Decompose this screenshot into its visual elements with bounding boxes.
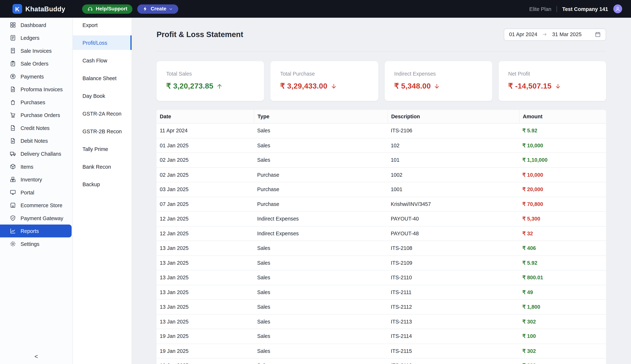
cell-type: Sales	[254, 358, 388, 364]
cell-description: 1002	[388, 168, 519, 182]
sidebar-item-inventory[interactable]: Inventory	[0, 173, 72, 186]
submenu-item-bank-recon[interactable]: Bank Recon	[73, 159, 132, 174]
date-start[interactable]: 01 Apr 2024	[509, 32, 537, 38]
cell-description: ITS-2110	[388, 270, 519, 284]
sidebar-item-ledgers[interactable]: Ledgers	[0, 32, 72, 44]
sidebar-item-label: Payments	[20, 74, 44, 80]
cell-amount: ₹ 302	[519, 314, 606, 329]
submenu-item-tally-prime[interactable]: Tally Prime	[73, 142, 132, 156]
date-range-picker[interactable]: 01 Apr 2024 31 Mar 2025	[504, 28, 606, 40]
table-row: 12 Jan 2025Indirect ExpensesPAYOUT-48₹ 3…	[156, 226, 606, 241]
sidebar-item-label: Purchases	[20, 99, 45, 105]
sidebar-item-label: Portal	[20, 189, 34, 195]
submenu-item-label: Day Book	[82, 93, 105, 99]
table-row: 13 Jan 2025SalesITS-2109₹ 5.92	[156, 256, 606, 270]
table-row: 13 Jan 2025SalesITS-2110₹ 800.01	[156, 270, 606, 285]
brand[interactable]: K KhataBuddy	[0, 4, 73, 14]
cell-description: PAYOUT-40	[388, 212, 519, 226]
sidebar-item-delivery-challans[interactable]: Delivery Challans	[0, 147, 72, 160]
trend-down-icon	[330, 83, 337, 90]
date-end[interactable]: 31 Mar 2025	[552, 32, 582, 38]
submenu-item-cash-flow[interactable]: Cash Flow	[73, 53, 132, 68]
sidebar-item-proforma-invoices[interactable]: Proforma Invoices	[0, 83, 72, 96]
credit-notes-icon	[10, 125, 16, 131]
sidebar-item-label: Ledgers	[20, 35, 40, 41]
cell-description: 101	[388, 153, 519, 167]
cell-description: ITS-2106	[388, 124, 519, 138]
cell-description: ITS-2113	[388, 314, 519, 329]
create-button[interactable]: Create	[138, 4, 178, 14]
submenu-item-label: Tally Prime	[82, 146, 108, 152]
debit-notes-icon	[10, 138, 16, 144]
cell-type: Sales	[254, 270, 388, 284]
payment-gateway-icon	[10, 215, 16, 221]
khatabuddy-logo-icon: K	[12, 4, 22, 14]
submenu-item-day-book[interactable]: Day Book	[73, 88, 132, 103]
company-name[interactable]: Test Company 141	[562, 6, 608, 12]
cell-description: ITS-2109	[388, 256, 519, 270]
sidebar-item-ecommerce-store[interactable]: Ecommerce Store	[0, 199, 72, 212]
cell-type: Indirect Expenses	[254, 226, 388, 240]
dashboard-icon	[10, 22, 16, 28]
cell-type: Sales	[254, 285, 388, 300]
sidebar-item-sale-invoices[interactable]: Sale Invoices	[0, 44, 72, 57]
table-row: 11 Apr 2024SalesITS-2106₹ 5.92	[156, 124, 606, 138]
table-row: 03 Jan 2025Purchase1001₹ 20,000	[156, 182, 606, 197]
sidebar-item-items[interactable]: Items	[0, 160, 72, 173]
cell-amount: ₹ 302	[519, 344, 606, 358]
sidebar-items: DashboardLedgersSale InvoicesSale Orders…	[0, 18, 72, 250]
sidebar-item-purchases[interactable]: Purchases	[0, 96, 72, 109]
submenu-item-export[interactable]: Export	[73, 18, 132, 32]
sidebar-item-label: Dashboard	[20, 22, 46, 28]
summary-card-net-profit: Net Profit₹ -14,507.15	[498, 61, 606, 101]
sidebar-item-settings[interactable]: Settings	[0, 237, 72, 250]
arrow-right-icon	[542, 32, 548, 37]
user-icon	[615, 6, 620, 12]
sidebar-item-dashboard[interactable]: Dashboard	[0, 18, 72, 32]
card-label: Total Purchase	[280, 71, 368, 77]
help-support-label: Help/Support	[96, 6, 128, 12]
user-avatar[interactable]	[613, 4, 622, 13]
submenu-item-balance-sheet[interactable]: Balance Sheet	[73, 71, 132, 85]
sidebar-item-payments[interactable]: Payments	[0, 70, 72, 83]
divider	[556, 6, 557, 12]
sidebar-item-payment-gateway[interactable]: Payment Gateway	[0, 212, 72, 224]
column-header-amount: Amount	[519, 110, 606, 123]
cell-description: ITS-2108	[388, 241, 519, 255]
sidebar-item-credit-notes[interactable]: Credit Notes	[0, 122, 72, 134]
cell-amount: ₹ 333	[519, 358, 606, 364]
submenu-item-gstr-2a-recon[interactable]: GSTR-2A Recon	[73, 106, 132, 121]
sidebar-item-reports[interactable]: Reports	[0, 224, 72, 238]
cell-date: 12 Jan 2025	[156, 226, 254, 240]
sidebar-item-label: Delivery Challans	[20, 150, 61, 157]
sidebar-item-sale-orders[interactable]: Sale Orders	[0, 57, 72, 70]
portal-icon	[10, 189, 16, 196]
submenu-item-gstr-2b-recon[interactable]: GSTR-2B Recon	[73, 124, 132, 138]
sidebar-item-purchase-orders[interactable]: Purchase Orders	[0, 108, 72, 122]
submenu-item-profit-loss[interactable]: Profit/Loss	[73, 36, 132, 50]
reports-icon	[10, 228, 16, 234]
sidebar-collapse-button[interactable]: <	[0, 352, 72, 360]
cell-amount: ₹ 100	[519, 329, 606, 343]
submenu-item-backup[interactable]: Backup	[73, 177, 132, 192]
cell-date: 12 Jan 2025	[156, 212, 254, 226]
help-support-button[interactable]: Help/Support	[82, 4, 133, 14]
card-value: ₹ 3,29,433.00	[280, 82, 368, 90]
cell-type: Sales	[254, 241, 388, 255]
sidebar-item-debit-notes[interactable]: Debit Notes	[0, 134, 72, 147]
submenu-item-label: Cash Flow	[82, 57, 107, 63]
cell-date: 11 Apr 2024	[156, 124, 254, 138]
table-row: 13 Jan 2025SalesITS-2111₹ 49	[156, 285, 606, 300]
cell-type: Sales	[254, 314, 388, 329]
cell-description: 1001	[388, 182, 519, 196]
sidebar-item-label: Proforma Invoices	[20, 86, 63, 92]
cell-amount: ₹ 10,000	[519, 168, 606, 182]
cell-type: Purchase	[254, 197, 388, 211]
cell-date: 13 Jan 2025	[156, 256, 254, 270]
plan-badge: Elite Plan	[529, 6, 552, 12]
card-value: ₹ 5,348.00	[394, 82, 482, 90]
table-row: 01 Jan 2025Sales102₹ 10,000	[156, 138, 606, 153]
cell-date: 13 Jan 2025	[156, 270, 254, 284]
delivery-challans-icon	[10, 150, 16, 157]
sidebar-item-portal[interactable]: Portal	[0, 186, 72, 199]
